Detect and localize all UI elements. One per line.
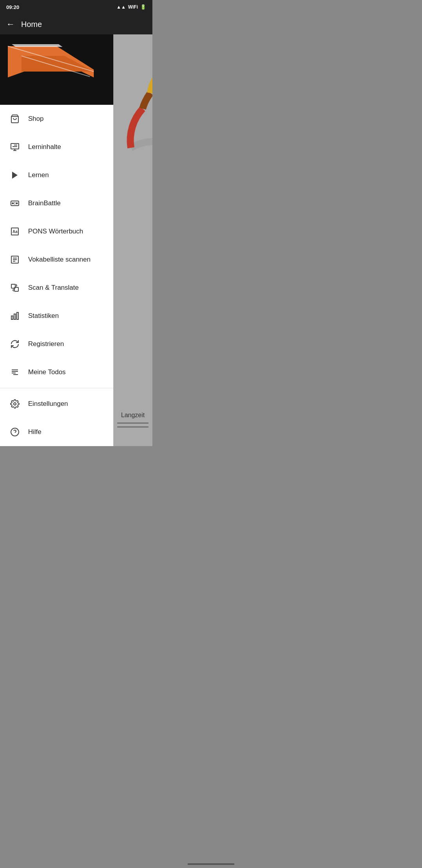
svg-rect-22 xyxy=(11,316,13,319)
menu-label-einstellungen: Einstellungen xyxy=(28,400,68,408)
menu-item-lerninhalte[interactable]: Lerninhalte xyxy=(0,133,113,161)
hilfe-icon xyxy=(8,425,22,439)
svg-point-29 xyxy=(14,403,16,405)
menu-item-shop[interactable]: Shop xyxy=(0,105,113,133)
page-title: Home xyxy=(21,20,42,29)
shop-icon xyxy=(8,112,22,126)
statistiken-icon xyxy=(8,309,22,323)
content-wrapper: ShopLerninhalteLernenBrainBattleAaPONS W… xyxy=(0,34,152,446)
menu-label-pons-woerterbuch: PONS Wörterbuch xyxy=(28,228,83,235)
wifi-icon: WiFi xyxy=(128,4,138,10)
brainbattle-icon xyxy=(8,196,22,210)
hero-image xyxy=(0,34,113,105)
pons-woerterbuch-icon: Aa xyxy=(8,224,22,239)
menu-item-vokabelliste-scannen[interactable]: Vokabelliste scannen xyxy=(0,246,113,274)
svg-marker-10 xyxy=(12,172,18,179)
menu-label-hilfe: Hilfe xyxy=(28,428,41,436)
lernen-icon xyxy=(8,168,22,182)
langzeit-label: Langzeit xyxy=(121,412,145,419)
svg-marker-5 xyxy=(31,74,78,85)
einstellungen-icon xyxy=(8,397,22,411)
menu-item-einstellungen[interactable]: Einstellungen xyxy=(0,390,113,418)
status-bar: 09:20 ▲▲ WiFi 🔋 xyxy=(0,0,152,14)
menu-item-hilfe[interactable]: Hilfe xyxy=(0,418,113,446)
menu-item-pons-woerterbuch[interactable]: AaPONS Wörterbuch xyxy=(0,217,113,246)
bottom-menu-items-container: EinstellungenHilfe xyxy=(0,390,113,446)
back-button[interactable]: ← xyxy=(6,19,15,29)
app-bar: ← Home xyxy=(0,14,152,34)
menu-divider xyxy=(0,388,113,388)
menu-item-lernen[interactable]: Lernen xyxy=(0,161,113,189)
registrieren-icon xyxy=(8,337,22,351)
menu-label-lerninhalte: Lerninhalte xyxy=(28,143,61,151)
status-time: 09:20 xyxy=(6,4,19,10)
svg-text:Aa: Aa xyxy=(13,230,18,234)
menu-label-statistiken: Statistiken xyxy=(28,312,59,320)
menu-item-statistiken[interactable]: Statistiken xyxy=(0,302,113,330)
battery-icon: 🔋 xyxy=(140,4,146,10)
menu-label-lernen: Lernen xyxy=(28,171,49,179)
menu-items-container: ShopLerninhalteLernenBrainBattleAaPONS W… xyxy=(0,105,113,386)
svg-rect-24 xyxy=(17,312,18,319)
menu-label-meine-todos: Meine Todos xyxy=(28,368,66,376)
signal-icon: ▲▲ xyxy=(116,4,126,10)
menu-label-brainbattle: BrainBattle xyxy=(28,199,61,207)
lerninhalte-icon xyxy=(8,140,22,154)
menu-label-shop: Shop xyxy=(28,115,44,123)
svg-rect-23 xyxy=(14,314,16,319)
status-icons: ▲▲ WiFi 🔋 xyxy=(116,4,146,10)
menu-item-meine-todos[interactable]: Meine Todos xyxy=(0,358,113,386)
menu-label-registrieren: Registrieren xyxy=(28,340,64,348)
chart-line-2 xyxy=(117,427,148,427)
chart-line xyxy=(117,423,148,423)
drawer-menu: ShopLerninhalteLernenBrainBattleAaPONS W… xyxy=(0,34,113,446)
svg-point-13 xyxy=(16,203,18,204)
meine-todos-icon xyxy=(8,365,22,379)
menu-item-scan-translate[interactable]: Scan & Translate xyxy=(0,274,113,302)
svg-marker-3 xyxy=(12,44,63,47)
hero-graphic xyxy=(0,34,113,105)
svg-point-12 xyxy=(13,203,14,204)
menu-item-brainbattle[interactable]: BrainBattle xyxy=(0,189,113,217)
menu-label-vokabelliste-scannen: Vokabelliste scannen xyxy=(28,256,91,264)
scan-translate-icon xyxy=(8,281,22,295)
menu-label-scan-translate: Scan & Translate xyxy=(28,284,79,292)
vokabelliste-scannen-icon xyxy=(8,253,22,267)
right-panel: Langzeit xyxy=(113,34,152,446)
menu-item-registrieren[interactable]: Registrieren xyxy=(0,330,113,358)
